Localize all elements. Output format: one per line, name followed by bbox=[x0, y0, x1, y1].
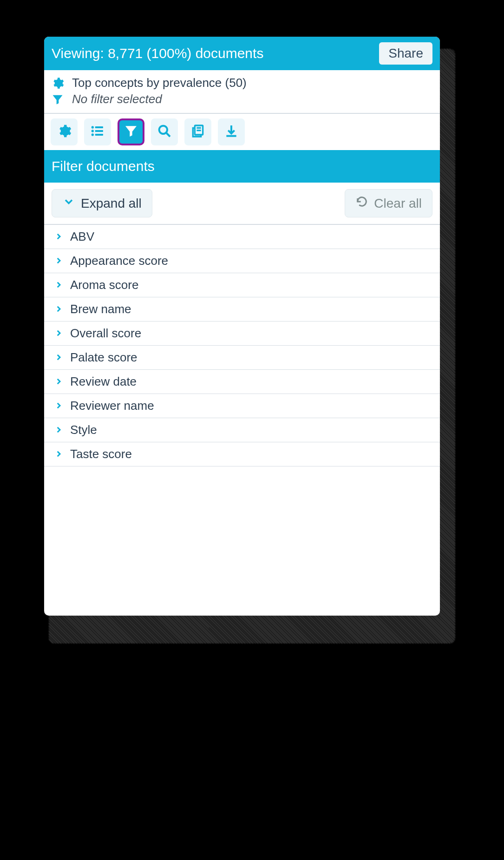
filter-item-palate-score[interactable]: Palate score bbox=[44, 346, 440, 370]
gear-icon bbox=[57, 124, 72, 140]
filter-status-line: No filter selected bbox=[72, 92, 162, 106]
clear-all-label: Clear all bbox=[374, 196, 422, 211]
filter-item-reviewer-name[interactable]: Reviewer name bbox=[44, 394, 440, 418]
filter-controls: Expand all Clear all bbox=[44, 183, 440, 225]
list-button[interactable] bbox=[84, 118, 111, 145]
filter-item-style[interactable]: Style bbox=[44, 418, 440, 442]
concept-line: Top concepts by prevalence (50) bbox=[72, 76, 247, 90]
section-title: Filter documents bbox=[44, 150, 440, 183]
chevron-right-icon bbox=[54, 278, 63, 292]
filter-label: Appearance score bbox=[70, 254, 168, 268]
chevron-down-icon bbox=[62, 195, 75, 211]
svg-rect-3 bbox=[95, 130, 103, 132]
download-icon bbox=[224, 124, 239, 140]
panel-header: Viewing: 8,771 (100%) documents Share bbox=[44, 37, 440, 70]
search-button[interactable] bbox=[151, 118, 178, 145]
chevron-right-icon bbox=[54, 399, 63, 413]
filter-item-overall-score[interactable]: Overall score bbox=[44, 322, 440, 346]
filter-item-review-date[interactable]: Review date bbox=[44, 370, 440, 394]
filter-icon bbox=[124, 124, 138, 140]
filter-label: Reviewer name bbox=[70, 399, 154, 413]
chevron-right-icon bbox=[54, 423, 63, 437]
concept-summary: Top concepts by prevalence (50) No filte… bbox=[44, 70, 440, 114]
filter-label: Review date bbox=[70, 374, 137, 389]
svg-point-2 bbox=[92, 130, 94, 132]
settings-button[interactable] bbox=[51, 118, 78, 145]
chevron-right-icon bbox=[54, 374, 63, 389]
filter-list: ABV Appearance score Aroma score Brew na… bbox=[44, 225, 440, 466]
svg-point-6 bbox=[159, 126, 167, 134]
documents-icon bbox=[190, 124, 205, 140]
filter-label: Brew name bbox=[70, 302, 131, 316]
svg-point-4 bbox=[92, 133, 94, 136]
expand-all-label: Expand all bbox=[81, 196, 142, 211]
filter-item-abv[interactable]: ABV bbox=[44, 225, 440, 249]
filter-item-brew-name[interactable]: Brew name bbox=[44, 297, 440, 322]
chevron-right-icon bbox=[54, 254, 63, 268]
filter-label: Taste score bbox=[70, 447, 132, 461]
chevron-right-icon bbox=[54, 326, 63, 341]
svg-rect-5 bbox=[95, 134, 103, 136]
svg-line-7 bbox=[166, 133, 170, 137]
filter-label: Overall score bbox=[70, 326, 141, 341]
undo-icon bbox=[355, 195, 368, 211]
toolbar bbox=[44, 114, 440, 150]
download-button[interactable] bbox=[218, 118, 245, 145]
search-icon bbox=[157, 124, 172, 140]
filter-panel: Viewing: 8,771 (100%) documents Share To… bbox=[44, 37, 440, 616]
filter-label: Style bbox=[70, 423, 97, 437]
documents-button[interactable] bbox=[184, 118, 211, 145]
filter-icon bbox=[51, 93, 65, 106]
filter-label: Palate score bbox=[70, 350, 137, 365]
viewing-summary: Viewing: 8,771 (100%) documents bbox=[52, 46, 263, 61]
expand-all-button[interactable]: Expand all bbox=[52, 189, 152, 217]
filter-item-taste-score[interactable]: Taste score bbox=[44, 442, 440, 466]
filter-item-aroma-score[interactable]: Aroma score bbox=[44, 273, 440, 297]
chevron-right-icon bbox=[54, 447, 63, 461]
list-icon bbox=[90, 124, 105, 140]
svg-point-0 bbox=[92, 126, 94, 128]
filter-label: Aroma score bbox=[70, 278, 138, 292]
svg-rect-1 bbox=[95, 126, 103, 128]
chevron-right-icon bbox=[54, 302, 63, 316]
filter-button[interactable] bbox=[118, 118, 144, 145]
filter-item-appearance-score[interactable]: Appearance score bbox=[44, 249, 440, 273]
share-button[interactable]: Share bbox=[379, 42, 432, 65]
chevron-right-icon bbox=[54, 230, 63, 244]
gear-icon bbox=[51, 77, 65, 90]
filter-label: ABV bbox=[70, 230, 94, 244]
chevron-right-icon bbox=[54, 350, 63, 365]
clear-all-button[interactable]: Clear all bbox=[345, 189, 432, 217]
